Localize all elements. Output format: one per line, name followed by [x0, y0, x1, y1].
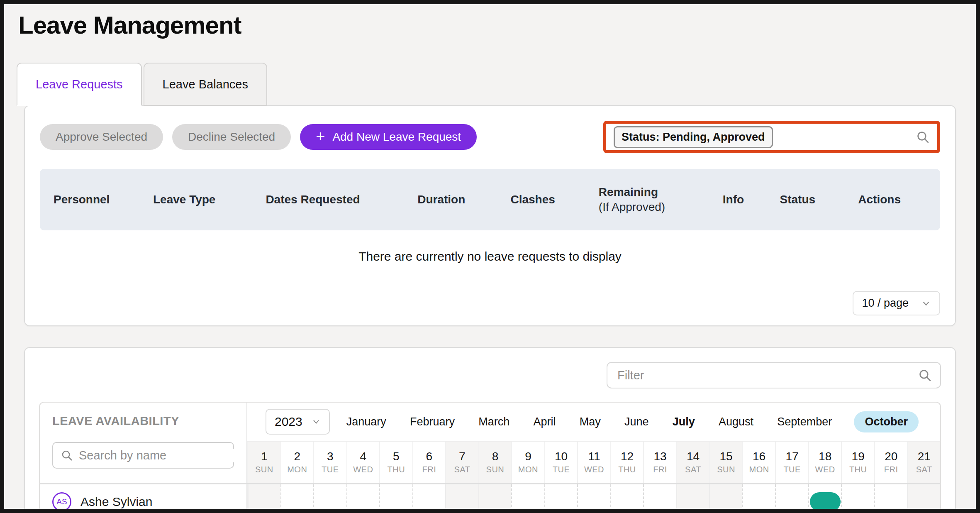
month-item[interactable]: January: [345, 411, 388, 432]
table-column-header: Dates Requested: [266, 192, 417, 207]
month-item[interactable]: February: [408, 411, 456, 432]
month-item[interactable]: July: [671, 411, 697, 432]
day-column-header: 14 SAT: [676, 442, 709, 483]
table-column-header: Leave Type: [153, 192, 266, 207]
month-item[interactable]: September: [775, 411, 834, 432]
add-new-leave-request-label: Add New Leave Request: [332, 130, 461, 144]
calendar-day-cell[interactable]: [412, 484, 446, 513]
availability-filter-row: [39, 362, 941, 388]
status-filter-input[interactable]: [780, 131, 909, 144]
calendar-day-cell[interactable]: [874, 484, 907, 513]
day-number: 20: [885, 450, 897, 463]
month-item[interactable]: August: [717, 411, 755, 432]
month-item[interactable]: March: [477, 411, 511, 432]
calendar-day-cell[interactable]: [676, 484, 709, 513]
calendar-day-cell[interactable]: [577, 484, 610, 513]
status-filter-chip[interactable]: Status: Pending, Approved: [614, 126, 773, 148]
day-number: 14: [687, 450, 700, 463]
day-number: 10: [555, 450, 568, 463]
day-of-week: FRI: [653, 465, 667, 474]
day-number: 8: [492, 450, 499, 463]
month-item[interactable]: April: [531, 411, 557, 432]
day-of-week: WED: [584, 465, 604, 474]
name-search-input[interactable]: [79, 449, 235, 462]
page-size-select[interactable]: 10 / page: [853, 291, 940, 315]
name-search-box[interactable]: [52, 442, 234, 469]
day-of-week: SUN: [486, 465, 505, 474]
day-column-header: 21 SAT: [907, 442, 940, 483]
tab[interactable]: Leave Balances: [144, 63, 267, 106]
calendar-day-cell[interactable]: [643, 484, 676, 513]
day-column-header: 9 MON: [511, 442, 544, 483]
app-window: Leave Management Leave Requests Leave Ba…: [0, 0, 980, 513]
add-new-leave-request-button[interactable]: + Add New Leave Request: [300, 124, 477, 150]
month-list: January February March April May: [345, 411, 919, 432]
availability-filter-input[interactable]: [617, 369, 918, 382]
calendar-day-cell[interactable]: [478, 484, 512, 513]
calendar-day-cell[interactable]: [379, 484, 412, 513]
day-of-week: THU: [849, 465, 867, 474]
calendar-day-cell[interactable]: [709, 484, 742, 513]
day-number: 5: [393, 450, 400, 463]
table-column-header: Status: [780, 192, 858, 207]
requests-toolbar: Approve Selected Decline Selected + Add …: [40, 121, 940, 153]
search-icon: [61, 449, 73, 462]
person-cell: AS Ashe Sylvian: [40, 484, 247, 513]
leave-entry-pill[interactable]: [810, 492, 841, 511]
month-item[interactable]: June: [623, 411, 651, 432]
availability-sidebar-header: LEAVE AVAILABILITY: [40, 403, 247, 483]
decline-selected-button[interactable]: Decline Selected: [172, 124, 291, 150]
status-filter-search-box[interactable]: Status: Pending, Approved: [603, 121, 940, 153]
calendar-day-cell[interactable]: [775, 484, 808, 513]
calendar-day-cell[interactable]: [907, 484, 940, 513]
calendar-day-cell[interactable]: [742, 484, 775, 513]
column-label: Status: [780, 193, 816, 206]
page-title: Leave Management: [18, 11, 956, 39]
day-column-header: 8 SUN: [478, 442, 512, 483]
day-column-header: 18 WED: [808, 442, 841, 483]
calendar-day-cell[interactable]: [280, 484, 314, 513]
day-of-week: MON: [518, 465, 538, 474]
calendar-day-cell[interactable]: [610, 484, 644, 513]
calendar-day-cell[interactable]: [511, 484, 544, 513]
availability-filter-box[interactable]: [607, 362, 941, 388]
search-icon[interactable]: [918, 368, 932, 382]
day-column-header: 10 TUE: [544, 442, 578, 483]
day-number: 12: [621, 450, 634, 463]
person-row: AS Ashe Sylvian: [40, 484, 940, 513]
calendar-day-cell[interactable]: [544, 484, 578, 513]
day-header-row: 1 SUN 2 MON 3: [247, 441, 940, 483]
calendar-day-cell[interactable]: [808, 484, 841, 513]
day-number: 9: [525, 450, 531, 463]
person-calendar-cells: [247, 484, 940, 513]
month-item[interactable]: October: [854, 411, 919, 432]
calendar-day-cell[interactable]: [247, 484, 280, 513]
calendar-day-cell[interactable]: [841, 484, 874, 513]
column-label: Leave Type: [153, 193, 215, 206]
tab-bar: Leave Requests Leave Balances: [17, 63, 956, 105]
decline-selected-label: Decline Selected: [188, 130, 275, 144]
table-column-header: Personnel: [54, 192, 153, 207]
calendar-day-cell[interactable]: [346, 484, 380, 513]
calendar-months-days: 2023 January February: [247, 403, 940, 483]
day-number: 13: [653, 450, 666, 463]
search-icon[interactable]: [916, 130, 930, 144]
table-column-header: Clashes: [510, 192, 598, 207]
table-column-header: Actions: [858, 192, 940, 207]
day-of-week: FRI: [422, 465, 436, 474]
tab[interactable]: Leave Requests: [17, 63, 142, 106]
approve-selected-button[interactable]: Approve Selected: [40, 124, 163, 150]
column-label: Remaining: [599, 186, 658, 198]
tab-label: Leave Requests: [36, 78, 123, 91]
table-column-header: Info: [723, 192, 780, 207]
column-label: Personnel: [54, 193, 110, 206]
day-number: 17: [786, 450, 799, 463]
day-column-header: 17 TUE: [775, 442, 808, 483]
calendar-day-cell[interactable]: [313, 484, 346, 513]
day-number: 11: [588, 450, 600, 463]
day-column-header: 15 SUN: [709, 442, 742, 483]
day-column-header: 13 FRI: [643, 442, 676, 483]
calendar-day-cell[interactable]: [445, 484, 478, 513]
month-item[interactable]: May: [578, 411, 602, 432]
year-select[interactable]: 2023: [266, 409, 330, 435]
